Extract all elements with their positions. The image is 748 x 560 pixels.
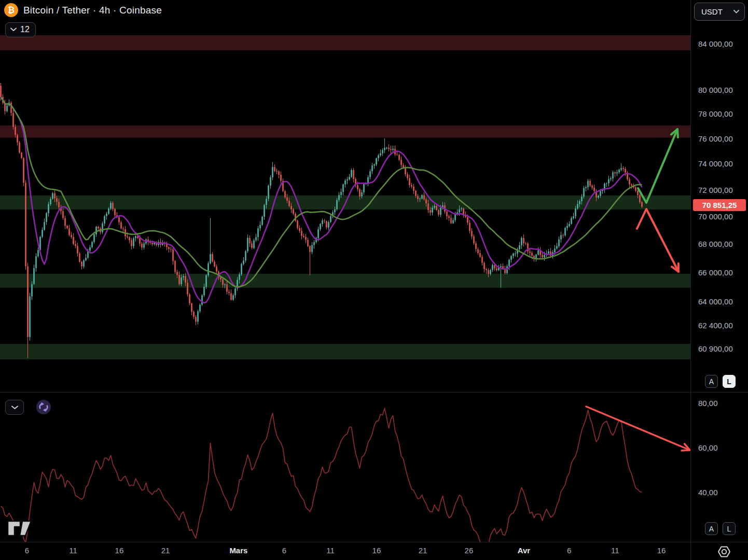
chevron-down-icon: [10, 27, 17, 32]
price-axis-label: 70 000,00: [698, 212, 733, 221]
interval-badge-label: 12: [20, 25, 30, 34]
auto-scale-button-lower[interactable]: A: [705, 522, 718, 535]
time-axis-label: 16: [372, 546, 381, 555]
log-scale-button-main[interactable]: L: [723, 375, 736, 388]
main-price-pane: [0, 35, 690, 359]
price-axis-label: 72 000,00: [698, 186, 733, 194]
price-axis-label: 84 000,00: [698, 39, 733, 48]
time-axis-label: 16: [657, 546, 666, 555]
time-axis-label: 6: [25, 546, 29, 555]
price-axis-label: 60 900,00: [698, 344, 733, 353]
time-axis-divider: [0, 542, 748, 542]
tradingview-chart-window: ₿ Bitcoin / Tether · 4h · Coinbase 12 US…: [0, 0, 748, 560]
settings-icon[interactable]: [716, 544, 732, 559]
time-axis-label: 6: [567, 546, 571, 555]
chevron-down-icon: [11, 405, 18, 410]
time-axis-label: 16: [115, 546, 124, 555]
price-axis-label: 66 000,00: [698, 268, 733, 277]
indicator-axis-label: 60,00: [698, 443, 718, 452]
time-axis-label: 11: [611, 546, 619, 555]
time-axis-label: 6: [282, 546, 286, 555]
interval-badge[interactable]: 12: [5, 22, 36, 37]
price-axis-label: 64 000,00: [698, 297, 733, 306]
chart-header: ₿ Bitcoin / Tether · 4h · Coinbase: [4, 3, 162, 17]
oscillator-line: [1, 408, 642, 545]
indicator-collapse-button[interactable]: [5, 400, 24, 415]
time-axis-label: 11: [326, 546, 335, 555]
price-axis-label: 76 000,00: [698, 134, 733, 143]
currency-dropdown-value: USDT: [701, 7, 723, 16]
indicator-axis-label: 80,00: [698, 399, 718, 408]
last-price-label: 70 851,25: [693, 199, 746, 211]
tradingview-logo[interactable]: [6, 515, 33, 539]
oscillator-pane: [1, 407, 690, 545]
auto-scale-button-main[interactable]: A: [705, 375, 718, 388]
indicator-axis-label: 40,00: [698, 488, 718, 497]
price-axis-label: 78 000,00: [698, 109, 733, 118]
time-axis-label: Avr: [518, 546, 530, 555]
price-axis-label: 80 000,00: [698, 86, 733, 94]
bitcoin-icon: ₿: [4, 3, 18, 17]
currency-dropdown[interactable]: USDT: [694, 3, 745, 21]
time-axis[interactable]: 6111621Mars611162126Avr61116: [0, 542, 690, 560]
chevron-down-icon: [733, 10, 739, 13]
time-axis-label: Mars: [229, 546, 247, 555]
symbol-title[interactable]: Bitcoin / Tether · 4h · Coinbase: [23, 5, 162, 16]
time-axis-label: 11: [69, 546, 77, 555]
time-axis-label: 21: [161, 546, 170, 555]
price-axis-label: 62 400,00: [698, 321, 733, 330]
price-axis-label: 74 000,00: [698, 159, 733, 168]
log-scale-button-lower[interactable]: L: [723, 522, 736, 535]
price-axis[interactable]: 70 851,25 A L A L 84 000,0080 000,0078 0…: [690, 0, 748, 560]
time-axis-label: 26: [465, 546, 474, 555]
chart-canvas[interactable]: [0, 0, 690, 560]
pane-divider[interactable]: [0, 392, 748, 393]
price-axis-label: 68 000,00: [698, 240, 733, 248]
candles: [0, 83, 643, 358]
time-axis-label: 21: [419, 546, 427, 555]
indicator-refresh-icon[interactable]: [36, 399, 51, 415]
